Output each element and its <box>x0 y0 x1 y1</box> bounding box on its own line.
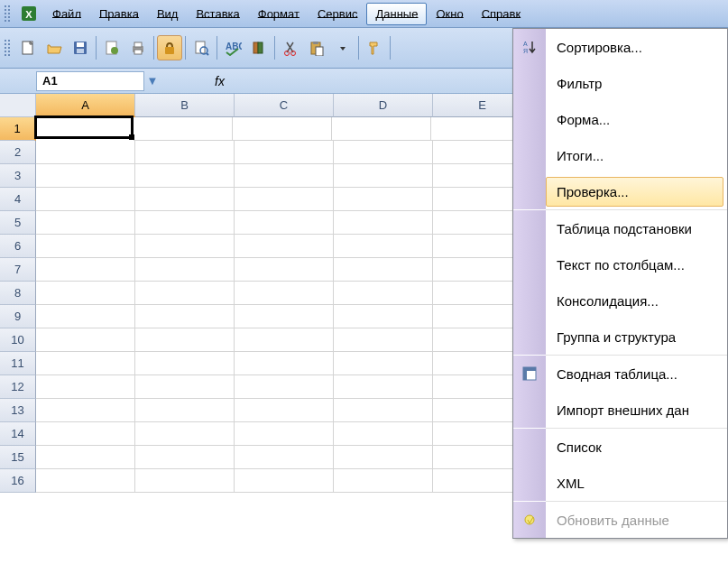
menu-window[interactable]: Окно <box>427 3 472 25</box>
cell-D13[interactable] <box>334 399 433 422</box>
spelling-button[interactable]: ABC <box>220 35 245 60</box>
menu-item-проверка-[interactable]: Проверка... <box>513 173 727 209</box>
cell-A13[interactable] <box>36 399 135 422</box>
cell-A14[interactable] <box>36 422 135 446</box>
cell-C8[interactable] <box>235 282 334 305</box>
cell-B14[interactable] <box>135 422 235 446</box>
excel-app-icon[interactable]: X <box>18 3 40 24</box>
menu-item-импорт-внешних-дан[interactable]: Импорт внешних дан <box>513 392 727 428</box>
cell-C15[interactable] <box>235 446 334 469</box>
cell-B15[interactable] <box>135 446 235 469</box>
row-header-13[interactable]: 13 <box>0 399 36 422</box>
cell-A11[interactable] <box>36 352 135 375</box>
cell-B13[interactable] <box>135 399 235 422</box>
menu-item-консолидация-[interactable]: Консолидация... <box>513 282 727 319</box>
cell-B12[interactable] <box>135 375 235 399</box>
select-all-corner[interactable] <box>0 94 36 117</box>
cell-B7[interactable] <box>135 258 235 282</box>
cell-D15[interactable] <box>334 446 433 469</box>
cell-D2[interactable] <box>334 141 433 164</box>
row-header-5[interactable]: 5 <box>0 211 36 235</box>
cell-C16[interactable] <box>235 469 334 493</box>
save-button[interactable] <box>68 35 93 60</box>
cell-A4[interactable] <box>36 188 135 211</box>
cell-A10[interactable] <box>36 328 135 352</box>
cell-B9[interactable] <box>135 305 235 328</box>
cell-B4[interactable] <box>135 188 235 211</box>
row-header-6[interactable]: 6 <box>0 235 36 258</box>
row-header-15[interactable]: 15 <box>0 446 36 469</box>
cell-A1[interactable] <box>34 116 134 139</box>
menu-file[interactable]: Файл <box>43 3 90 25</box>
cell-C1[interactable] <box>233 117 332 141</box>
menu-view[interactable]: Вид <box>148 3 188 25</box>
row-header-7[interactable]: 7 <box>0 258 36 282</box>
cell-B10[interactable] <box>135 328 235 352</box>
row-header-12[interactable]: 12 <box>0 375 36 399</box>
cell-C13[interactable] <box>235 399 334 422</box>
cell-C11[interactable] <box>235 352 334 375</box>
cell-A9[interactable] <box>36 305 135 328</box>
cell-C7[interactable] <box>235 258 334 282</box>
format-painter-button[interactable] <box>362 35 387 60</box>
name-box[interactable]: A1 <box>36 71 144 91</box>
paste-dropdown[interactable] <box>330 35 355 60</box>
cell-C14[interactable] <box>235 422 334 446</box>
toolbar-drag-handle[interactable] <box>4 39 11 57</box>
cell-A16[interactable] <box>36 469 135 493</box>
row-header-10[interactable]: 10 <box>0 328 36 352</box>
menu-item-итоги-[interactable]: Итоги... <box>513 137 727 173</box>
cell-D6[interactable] <box>334 235 433 258</box>
cell-B16[interactable] <box>135 469 235 493</box>
cell-B3[interactable] <box>135 164 235 188</box>
menu-edit[interactable]: Правка <box>90 3 148 25</box>
cell-D9[interactable] <box>334 305 433 328</box>
protect-button[interactable] <box>157 35 182 60</box>
menu-item-текст-по-столбцам-[interactable]: Текст по столбцам... <box>513 246 727 282</box>
cell-A12[interactable] <box>36 375 135 399</box>
cut-button[interactable] <box>278 35 303 60</box>
column-header-D[interactable]: D <box>334 94 433 117</box>
menu-item-форма-[interactable]: Форма... <box>513 101 727 137</box>
drag-handle[interactable] <box>4 5 11 23</box>
row-header-4[interactable]: 4 <box>0 188 36 211</box>
paste-button[interactable] <box>304 35 329 60</box>
cell-A8[interactable] <box>36 282 135 305</box>
cell-D4[interactable] <box>334 188 433 211</box>
cell-D8[interactable] <box>334 282 433 305</box>
permission-button[interactable] <box>99 35 124 60</box>
menu-item-таблица-подстановки[interactable]: Таблица подстановки <box>513 210 727 246</box>
menu-help[interactable]: Справк <box>473 3 530 25</box>
new-button[interactable] <box>15 35 41 60</box>
cell-C3[interactable] <box>235 164 334 188</box>
cell-B6[interactable] <box>135 235 235 258</box>
menu-item-фильтр[interactable]: Фильтр <box>513 65 727 101</box>
cell-B1[interactable] <box>134 117 233 141</box>
menu-item-xml[interactable]: XML <box>513 465 727 501</box>
cell-C2[interactable] <box>235 141 334 164</box>
cell-A15[interactable] <box>36 446 135 469</box>
print-preview-button[interactable] <box>189 35 214 60</box>
cell-B8[interactable] <box>135 282 235 305</box>
cell-D16[interactable] <box>334 469 433 493</box>
row-header-9[interactable]: 9 <box>0 305 36 328</box>
cell-D10[interactable] <box>334 328 433 352</box>
column-header-B[interactable]: B <box>135 94 235 117</box>
row-header-3[interactable]: 3 <box>0 164 36 188</box>
menu-insert[interactable]: Вставка <box>187 3 248 25</box>
menu-item-сортировка-[interactable]: АЯСортировка... <box>513 29 727 65</box>
cell-A3[interactable] <box>36 164 135 188</box>
cell-C6[interactable] <box>235 235 334 258</box>
cell-D7[interactable] <box>334 258 433 282</box>
research-button[interactable] <box>246 35 272 60</box>
row-header-1[interactable]: 1 <box>0 117 36 141</box>
menu-item-сводная-таблица-[interactable]: Сводная таблица... <box>513 356 727 392</box>
cell-D5[interactable] <box>334 211 433 235</box>
fx-label[interactable]: fx <box>215 74 225 88</box>
cell-D14[interactable] <box>334 422 433 446</box>
cell-B11[interactable] <box>135 352 235 375</box>
cell-A5[interactable] <box>36 211 135 235</box>
row-header-16[interactable]: 16 <box>0 469 36 493</box>
cell-A2[interactable] <box>36 141 135 164</box>
cell-D12[interactable] <box>334 375 433 399</box>
